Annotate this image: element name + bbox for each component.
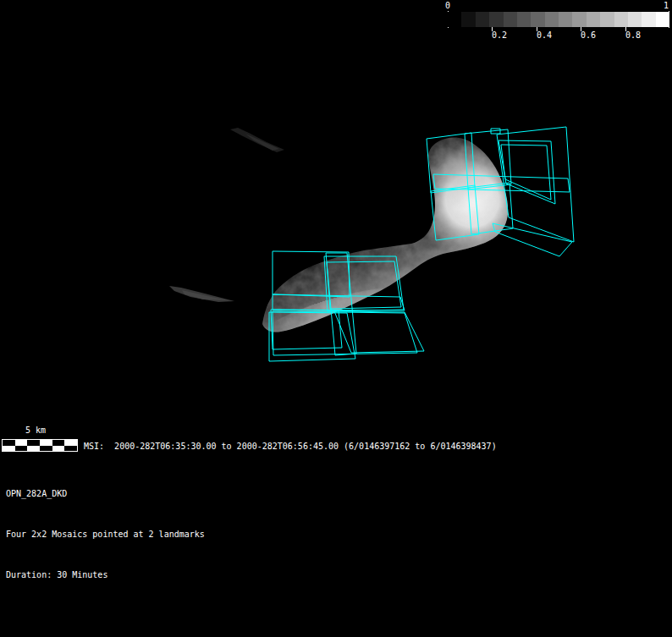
shadow-sliver-upper: [230, 128, 284, 152]
msi-visualization-canvas: 0 1 0.20.40.60.8 5 km MSI: 2000-282T06:3…: [0, 0, 672, 637]
colorbar-step: [545, 12, 559, 27]
colorbar-step: [600, 12, 614, 27]
mosaic-footprint-upper_landmark: [493, 223, 572, 256]
colorbar-gradient: [448, 12, 669, 27]
colorbar-step: [628, 12, 642, 27]
colorbar-step: [642, 12, 655, 27]
colorbar-step: [559, 12, 572, 27]
colorbar-step: [531, 12, 544, 27]
colorbar-step: [461, 12, 475, 27]
scale-bar-cell: [3, 446, 15, 452]
sequence-id: OPN_282A_DKD: [6, 487, 205, 501]
scale-bar-cell: [64, 446, 77, 452]
status-line: MSI: 2000-282T06:35:30.00 to 2000-282T06…: [84, 441, 497, 452]
colorbar-min-label: 0: [445, 1, 450, 11]
colorbar-step: [504, 12, 517, 27]
scale-bar-label: 5 km: [25, 425, 46, 436]
shadow-sliver-lower: [169, 286, 234, 302]
colorbar-tick-label: 0.6: [581, 30, 596, 41]
colorbar-step: [614, 12, 628, 27]
scale-bar-cell: [15, 446, 28, 452]
scale-bar-checkered: [2, 439, 78, 452]
sequence-info: OPN_282A_DKD Four 2x2 Mosaics pointed at…: [6, 460, 205, 609]
colorbar-step: [489, 12, 503, 27]
colorbar-step: [448, 12, 461, 27]
colorbar-tick-label: 0.2: [492, 30, 507, 41]
colorbar-tick-label: 0.4: [537, 30, 552, 41]
sequence-duration: Duration: 30 Minutes: [6, 568, 205, 582]
scale-bar-cell: [27, 446, 40, 452]
colorbar-tick-label: 0.8: [625, 30, 641, 41]
colorbar-step: [587, 12, 600, 27]
scale-bar-cell: [52, 446, 65, 452]
colorbar-step: [517, 12, 531, 27]
colorbar-step: [572, 12, 586, 27]
asteroid-shading: [237, 110, 532, 349]
colorbar-step: [476, 12, 489, 27]
colorbar-step: [656, 12, 669, 27]
sequence-description: Four 2x2 Mosaics pointed at 2 landmarks: [6, 528, 205, 541]
scale-bar-cell: [40, 446, 52, 452]
colorbar-max-label: 1: [664, 1, 669, 11]
